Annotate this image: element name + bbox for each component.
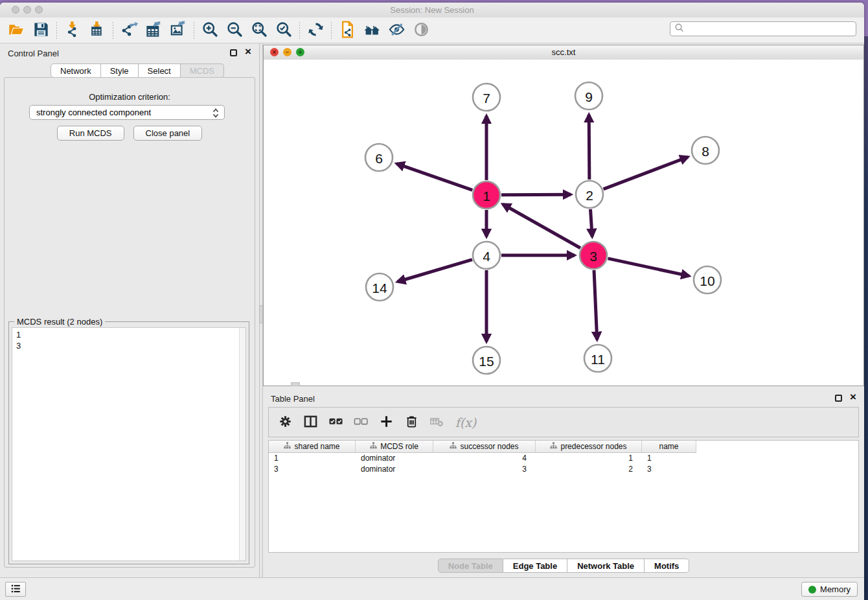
search-icon <box>674 23 684 35</box>
column-header-shared-name[interactable]: shared name <box>269 441 356 453</box>
table-cell[interactable]: 1 <box>536 453 642 464</box>
tab-motifs[interactable]: Motifs <box>645 559 689 573</box>
task-history-button[interactable] <box>5 582 26 597</box>
column-label: predecessor nodes <box>560 442 626 451</box>
table-row[interactable]: 3dominator323 <box>269 464 858 475</box>
graph-node-1[interactable]: 1 <box>473 181 500 209</box>
graph-node-label: 15 <box>479 354 494 369</box>
graph-node-2[interactable]: 2 <box>576 181 603 208</box>
graph-edge-3-11[interactable] <box>594 270 597 340</box>
close-panel-icon[interactable]: × <box>245 45 251 58</box>
float-panel-icon[interactable] <box>230 49 237 56</box>
uncheck-pair-icon <box>354 414 369 431</box>
table-row[interactable]: 1dominator411 <box>269 453 858 464</box>
network-canvas[interactable]: 7968124310141511 <box>264 60 863 386</box>
optimization-select[interactable]: strongly connected component <box>29 105 225 120</box>
import-network-icon <box>64 21 82 40</box>
graph-node-7[interactable]: 7 <box>473 84 500 111</box>
result-scrollbar[interactable] <box>239 328 246 560</box>
column-header-predecessor-nodes[interactable]: predecessor nodes <box>536 441 642 453</box>
tab-network[interactable]: Network <box>51 63 101 78</box>
export-table-button[interactable] <box>141 20 166 41</box>
table-cell[interactable]: 1 <box>642 453 696 464</box>
graph-edge-4-14[interactable] <box>398 260 472 282</box>
mcds-result-text[interactable]: 13 <box>12 327 246 561</box>
create-column-button[interactable] <box>376 411 396 433</box>
table-close-icon[interactable]: × <box>850 391 856 404</box>
toggle-column-view-button[interactable] <box>301 411 320 433</box>
table-cell[interactable]: 3 <box>433 464 536 475</box>
tab-node-table[interactable]: Node Table <box>438 559 503 573</box>
toolbar-separator <box>194 22 194 39</box>
tab-network-table[interactable]: Network Table <box>567 559 645 573</box>
zoom-in-button[interactable] <box>198 20 222 41</box>
column-header-MCDS-role[interactable]: MCDS role <box>356 441 433 453</box>
graph-edge-2-8[interactable] <box>604 157 688 189</box>
network-title: scc.txt <box>264 47 863 57</box>
graph-node-3[interactable]: 3 <box>580 242 607 269</box>
graph-node-4[interactable]: 4 <box>473 242 500 269</box>
network-graph: 7968124310141511 <box>264 60 863 386</box>
table-cell[interactable]: 3 <box>642 464 696 475</box>
table-body: 1dominator4113dominator323 <box>269 453 858 475</box>
select-all-rows-button[interactable] <box>326 411 345 433</box>
mcds-panel: Optimization criterion: strongly connect… <box>4 77 255 568</box>
graph-node-label: 10 <box>700 273 714 288</box>
graph-edge-2-9[interactable] <box>589 115 589 179</box>
close-panel-button[interactable]: Close panel <box>133 126 203 141</box>
table-cell[interactable]: 2 <box>536 464 642 475</box>
zoom-selected-button[interactable] <box>271 20 296 41</box>
network-titlebar[interactable]: × − + scc.txt <box>264 45 863 60</box>
graph-edge-1-6[interactable] <box>396 164 472 190</box>
search-box[interactable] <box>670 21 856 36</box>
copy-network-button[interactable] <box>335 20 360 41</box>
table-cell[interactable]: 1 <box>269 453 356 464</box>
delete-columns-button[interactable] <box>402 411 421 433</box>
table-float-icon[interactable] <box>835 395 842 402</box>
tab-style[interactable]: Style <box>101 63 139 78</box>
run-mcds-button[interactable]: Run MCDS <box>57 126 124 141</box>
export-image-button[interactable] <box>166 20 190 41</box>
graph-edge-1-2[interactable] <box>501 194 571 195</box>
table-tabs: Node TableEdge TableNetwork TableMotifs <box>263 559 864 573</box>
import-network-button[interactable] <box>60 20 85 41</box>
graph-node-6[interactable]: 6 <box>365 144 393 171</box>
column-header-successor-nodes[interactable]: successor nodes <box>433 441 536 453</box>
graph-node-11[interactable]: 11 <box>584 345 611 372</box>
table-cell[interactable]: dominator <box>356 464 433 475</box>
level-of-detail-button[interactable] <box>409 20 433 41</box>
graph-node-14[interactable]: 14 <box>366 273 393 301</box>
deselect-all-rows-button[interactable] <box>351 411 371 433</box>
save-session-button[interactable] <box>29 20 53 41</box>
memory-button[interactable]: Memory <box>801 582 858 597</box>
show-hide-graphics-button[interactable] <box>384 20 409 41</box>
export-network-button[interactable] <box>117 20 141 41</box>
column-header-name[interactable]: name <box>642 441 696 453</box>
open-session-button[interactable] <box>4 20 29 41</box>
graph-node-8[interactable]: 8 <box>692 137 719 164</box>
table-cell[interactable]: dominator <box>356 453 433 464</box>
table-cell[interactable]: 4 <box>433 453 536 464</box>
table-cell[interactable]: 3 <box>269 464 356 475</box>
zoom-fit-button[interactable] <box>247 20 271 41</box>
tab-mcds[interactable]: MCDS <box>181 63 224 78</box>
copy-network-icon <box>339 21 356 40</box>
graph-node-10[interactable]: 10 <box>694 266 721 294</box>
zoom-out-button[interactable] <box>222 20 247 41</box>
tab-select[interactable]: Select <box>139 63 181 78</box>
graph-node-15[interactable]: 15 <box>473 347 500 374</box>
tab-edge-table[interactable]: Edge Table <box>503 559 567 573</box>
node-table: shared nameMCDS rolesuccessor nodesprede… <box>268 440 859 553</box>
graph-edge-2-3[interactable] <box>590 209 592 237</box>
search-input[interactable] <box>684 23 856 34</box>
function-builder-button: f(x) <box>452 411 479 433</box>
graph-edge-3-10[interactable] <box>608 259 689 276</box>
import-table-button[interactable] <box>85 20 109 41</box>
table-settings-button[interactable] <box>275 411 295 433</box>
graph-node-9[interactable]: 9 <box>575 82 602 110</box>
graph-edge-3-1[interactable] <box>503 204 580 248</box>
apply-layout-button[interactable] <box>303 20 328 41</box>
optimization-label: Optimization criterion: <box>5 92 255 102</box>
pane-divider-grip-horizontal[interactable] <box>291 382 300 386</box>
first-neighbors-button[interactable] <box>360 20 384 41</box>
